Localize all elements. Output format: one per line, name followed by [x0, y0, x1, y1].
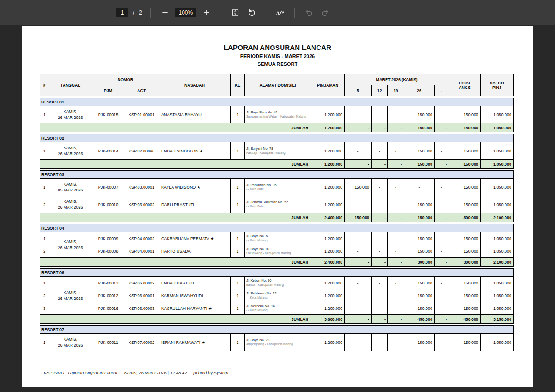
- zoom-in-button[interactable]: [201, 7, 213, 19]
- week-12-value: -: [372, 179, 388, 196]
- jumlah-week-dash: -: [435, 160, 449, 169]
- agt-number: KSP.01.00001: [124, 106, 159, 123]
- total-angs-value: 150.000: [449, 179, 481, 196]
- jumlah-label: JUMLAH: [40, 123, 311, 132]
- installment-ke: 1: [231, 277, 245, 289]
- pjm-number: PJK-00015: [92, 106, 124, 123]
- saldo-pinj-value: 1.050.000: [481, 302, 514, 315]
- pjm-number: PJK-00014: [92, 142, 124, 160]
- week-dash-value: -: [435, 289, 449, 302]
- address-line1: Jl. Pahlawan No. 22: [246, 291, 309, 296]
- jumlah-week-dash: -: [435, 123, 449, 132]
- section-resort-04: RESORT 04 1 KAMIS,26 MAR 2026 PJK-00009 …: [40, 224, 514, 267]
- row-number: 1: [40, 334, 49, 351]
- week-19-value: -: [388, 142, 404, 160]
- pen-squiggle-icon: [276, 9, 285, 16]
- address-cell: Jl. Pahlawan No. 95- - Kota Batu: [245, 179, 311, 196]
- jumlah-week-19: -: [388, 123, 404, 132]
- agt-number: KSP.04.00002: [124, 232, 159, 245]
- address-line1: Jl. Raya No. 6: [246, 234, 309, 239]
- jumlah-pinjaman: 2.400.000: [311, 213, 345, 222]
- week-26-value: 150.000: [404, 232, 435, 245]
- jumlah-pinjaman: 3.600.000: [311, 315, 345, 324]
- address-line1: Jl. Kebon No. 90: [246, 279, 309, 283]
- address-line1: Jl. Jendral Sudirman No. 52: [246, 200, 309, 205]
- week-19-value: -: [388, 334, 404, 351]
- undo-button[interactable]: [303, 7, 315, 19]
- fit-to-page-button[interactable]: [229, 7, 241, 19]
- toolbar-divider: [294, 8, 295, 18]
- col-header-alamat: ALAMAT DOMISILI: [245, 74, 311, 96]
- week-19-value: -: [388, 179, 404, 196]
- col-header-week-dash: -: [435, 85, 449, 96]
- rotate-counterclockwise-icon: [248, 9, 256, 17]
- address-line1: Jl. Raya No. 73: [246, 338, 309, 343]
- date-value: 05 MAR 2026: [50, 187, 90, 193]
- address-cell: Jl. Suryani No. 78Pakisaji - Kabupaten M…: [245, 142, 311, 160]
- row-number: 2: [40, 245, 49, 258]
- week-12-value: -: [372, 232, 388, 245]
- row-number: 1: [40, 142, 49, 160]
- installment-ke: 1: [231, 142, 245, 160]
- jumlah-week-dash: -: [435, 213, 449, 222]
- row-number: 1: [40, 232, 49, 245]
- report-scope: SEMUA RESORT: [22, 61, 533, 67]
- col-header-saldo-line2: PINJ: [482, 85, 512, 90]
- annotate-button[interactable]: [274, 7, 286, 19]
- total-angs-value: 150.000: [449, 142, 481, 160]
- week-26-value: 150.000: [404, 106, 435, 123]
- col-header-nasabah: NASABAH: [159, 74, 231, 96]
- jumlah-total: 300.000: [449, 213, 481, 222]
- week-19-value: -: [388, 289, 404, 302]
- saldo-pinj-value: 1.050.000: [481, 196, 514, 213]
- jumlah-saldo: 2.100.000: [481, 213, 514, 222]
- section-title: RESORT 01: [40, 98, 514, 106]
- week-19-value: -: [388, 196, 404, 213]
- week-26-value: 150.000: [404, 289, 435, 302]
- address-line2: - - Kota Malang: [246, 309, 309, 312]
- section-resort-03: RESORT 03 1 KAMIS,05 MAR 2026 PJK-00007 …: [40, 170, 514, 222]
- address-line2: Pakisaji - Kabupaten Malang: [246, 151, 309, 155]
- pjm-number: PJK-00009: [92, 232, 124, 245]
- report-period: PERIODE KAMIS - MARET 2026: [22, 54, 533, 59]
- week-dash-value: -: [435, 277, 449, 289]
- plus-icon: [203, 10, 210, 16]
- jumlah-week-5: -: [345, 315, 372, 324]
- jumlah-row: JUMLAH 1.200.000 - - - 150.000 - 150.000…: [40, 160, 514, 169]
- jumlah-pinjaman: 1.200.000: [311, 160, 345, 169]
- pinjaman-value: 1.200.000: [311, 277, 345, 289]
- week-5-value: -: [345, 106, 372, 123]
- row-number: 1: [40, 179, 49, 196]
- week-dash-value: -: [435, 106, 449, 123]
- jumlah-total: 450.000: [449, 315, 481, 324]
- redo-button[interactable]: [319, 7, 331, 19]
- week-5-value: -: [345, 196, 372, 213]
- address-line2: Bululawang - Kabupaten Malang: [246, 251, 309, 255]
- page-number-input[interactable]: [116, 8, 128, 17]
- customer-name: ENDAH SIMBOLON ★: [159, 142, 231, 160]
- total-angs-value: 150.000: [449, 196, 481, 213]
- zoom-out-button[interactable]: [159, 7, 171, 19]
- agt-number: KSP.06.00002: [124, 277, 159, 289]
- week-12-value: -: [372, 289, 388, 302]
- row-date: KAMIS,26 MAR 2026: [49, 334, 92, 351]
- pinjaman-value: 1.200.000: [311, 106, 345, 123]
- customer-name: ANASTASIA RAHAYU: [159, 106, 231, 123]
- saldo-pinj-value: 1.050.000: [481, 289, 514, 302]
- customer-name: KARMAN ISWAHYUDI: [159, 289, 231, 302]
- week-dash-value: -: [435, 302, 449, 315]
- week-5-value: -: [345, 302, 372, 315]
- week-12-value: -: [372, 106, 388, 123]
- col-header-week-19: 19: [388, 85, 404, 96]
- address-line2: - - Kota Batu: [246, 205, 309, 208]
- pjm-number: PJK-00010: [92, 196, 124, 213]
- agt-number: KSP.06.00001: [124, 289, 159, 302]
- jumlah-label: JUMLAH: [40, 160, 311, 169]
- address-cell: Jl. Raya No. 89Bululawang - Kabupaten Ma…: [245, 245, 311, 258]
- rotate-button[interactable]: [246, 7, 258, 19]
- jumlah-total: 150.000: [449, 160, 481, 169]
- week-dash-value: -: [435, 334, 449, 351]
- date-day: KAMIS,: [50, 145, 90, 151]
- zoom-level[interactable]: 100%: [175, 8, 196, 17]
- jumlah-week-19: -: [388, 160, 404, 169]
